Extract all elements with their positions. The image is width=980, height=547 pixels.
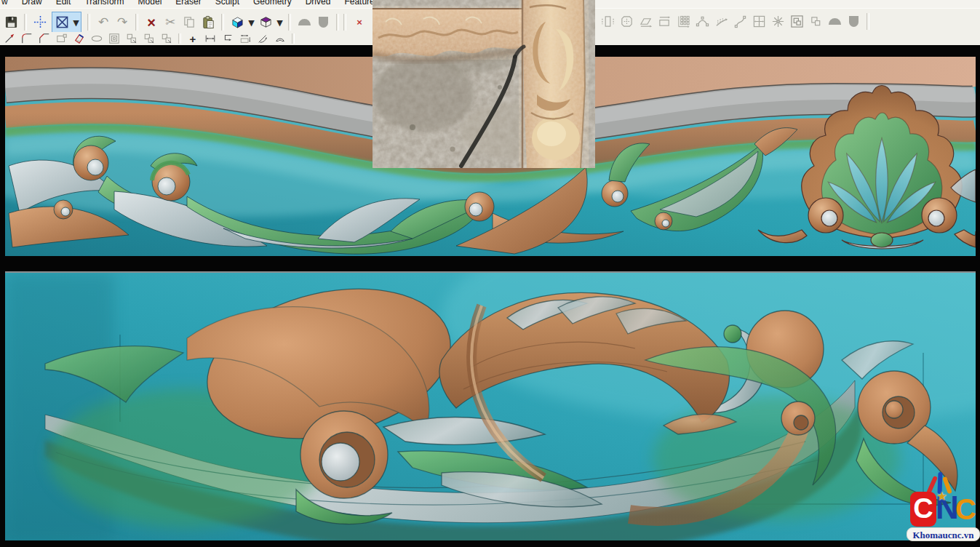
overlap-copy-icon [809,15,823,28]
flow-curve-button[interactable] [712,12,730,31]
snap-crosshair-icon [33,15,47,29]
menu-item-drived[interactable]: Drived [306,0,331,7]
menu-item-sculpt[interactable]: Sculpt [215,0,239,7]
copy-button[interactable] [180,13,199,31]
offset-contours-icon [108,33,120,44]
scale-rect-button[interactable] [655,12,674,31]
scissors-icon: ✂ [165,16,175,28]
menu-item-draw[interactable]: Draw [22,0,42,7]
draw-ellipse-button[interactable] [88,33,105,44]
chamfer-corner-icon [39,33,50,44]
dimension-horizontal-icon [204,33,216,44]
toolbar-separator [867,13,869,30]
logo-star-icon: ★ [936,489,947,504]
rotate-shape-button[interactable] [617,12,636,31]
menu-item-model[interactable]: Model [138,0,162,7]
logo-site-banner: Khomaucnc.vn [907,527,980,541]
shaded-view-button[interactable] [228,13,247,31]
selection-box-button[interactable] [52,13,71,31]
group-copy-button[interactable] [787,12,806,31]
close-panel-button[interactable]: × [350,13,369,31]
move-extent-button[interactable] [749,12,768,31]
draw-rectangle-button[interactable] [53,33,71,44]
toolbar-separator [87,14,90,31]
undo-button[interactable]: ↶ [94,13,113,31]
move-extent-icon [752,15,766,28]
dimension-angle-icon [257,33,268,44]
relief-u-button-2[interactable] [844,12,863,31]
logo-letter-c2: C [955,492,976,527]
app-window: w Draw Edit Transform Model Eraser Sculp… [0,0,980,547]
fillet-corner-button[interactable] [18,33,36,44]
duplicate-a-button[interactable] [123,33,140,44]
point-plus-icon: + [190,33,196,44]
menu-item-edit[interactable]: Edit [56,0,71,7]
snap-crosshair-button[interactable] [31,13,49,31]
selection-tool-group: ▾ [52,12,81,33]
save-button[interactable] [1,13,20,31]
delete-x-icon: × [147,15,156,30]
close-small-icon: × [356,17,362,27]
wireframe-view-button[interactable] [256,13,275,31]
main-toolbar-right [598,12,873,31]
chamfer-corner-button[interactable] [36,33,53,44]
duplicate-icon [126,33,138,44]
relief-dome-button[interactable] [295,13,314,31]
relief-dome-button-2[interactable] [825,12,844,31]
mirror-vertical-icon [601,15,615,28]
shear-button[interactable] [636,12,655,31]
viewport-relief-zoom[interactable] [5,273,976,540]
draw-point-button[interactable]: + [184,33,202,44]
snap-star-icon [771,15,785,28]
arc-span-button[interactable] [271,33,289,44]
spline-points-icon [733,15,747,28]
duplicate-icon [161,33,172,44]
relief-u-icon [849,16,859,27]
duplicate-icon [143,33,155,44]
toolbar-separator [343,14,346,31]
group-copy-icon [790,15,804,28]
toolbar-separator [221,14,224,31]
array-grid-button[interactable] [674,12,693,31]
dimension-step-button[interactable] [219,33,236,44]
dimension-width-button[interactable] [236,33,254,44]
wireframe-view-caret[interactable]: ▾ [275,13,284,31]
overlap-copy-button[interactable] [806,12,825,31]
redo-button[interactable]: ↷ [113,13,132,31]
redo-icon: ↷ [117,16,127,28]
offset-contours-button[interactable] [105,33,123,44]
dimension-angle-button[interactable] [254,33,271,44]
spline-points-button[interactable] [730,12,749,31]
draw-line-button[interactable] [1,33,18,44]
paste-button[interactable] [199,13,218,31]
dimension-step-icon [222,33,234,44]
array-grid-icon [677,15,690,28]
shear-icon [639,15,653,28]
menu-item-transform[interactable]: Transform [84,0,124,7]
delete-button[interactable]: × [142,13,161,31]
reference-photo [373,0,595,168]
selection-box-caret[interactable]: ▾ [71,13,81,31]
dimension-horizontal-button[interactable] [202,33,219,44]
shaded-view-cube-icon [231,15,244,29]
eraser-tool-button[interactable] [71,33,88,44]
duplicate-b-button[interactable] [140,33,158,44]
cut-button[interactable]: ✂ [161,13,180,31]
chevron-down-icon: ▾ [73,17,79,28]
fillet-corner-icon [21,33,33,44]
menu-item-feature[interactable]: Feature [344,0,374,7]
chevron-down-icon: ▾ [249,17,255,28]
scale-rect-icon [658,15,672,28]
mirror-vertical-button[interactable] [598,12,617,31]
relief-dome-icon [829,18,841,25]
menu-item-eraser[interactable]: Eraser [175,0,201,7]
shaded-view-caret[interactable]: ▾ [247,13,256,31]
chevron-down-icon: ▾ [277,17,283,28]
snap-star-button[interactable] [768,12,787,31]
menu-item-window[interactable]: w [1,0,8,7]
duplicate-c-button[interactable] [158,33,175,44]
relief-dome-icon [298,19,311,25]
menu-item-geometry[interactable]: Geometry [253,0,292,7]
fit-arc-button[interactable] [693,12,712,31]
relief-u-button[interactable] [314,13,332,31]
